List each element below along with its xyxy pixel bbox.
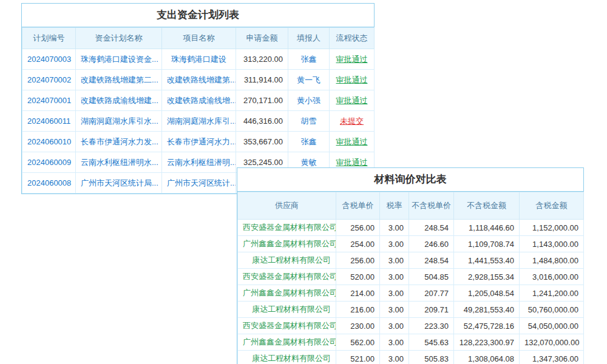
table-row: 2024070001改建铁路成渝线增建...改建铁路成渝线增...270,171… [22, 90, 375, 111]
plan_table-column-fund_name: 资金计划名称 [76, 28, 162, 49]
quote_table-cell-amount_no_tax: 1,308,064.08 [454, 351, 520, 364]
quote_table-column-amount_tax: 含税金额 [520, 192, 584, 220]
table-row: 康达工程材料有限公司256.003.00248.541,441,553.401,… [238, 252, 584, 269]
plan_table-cell-project_name[interactable]: 珠海鹤港口建设 [162, 49, 236, 70]
table-row: 2024070002改建铁路线增建第二...改建铁路线增建第...311,914… [22, 70, 375, 90]
plan_table-cell-id[interactable]: 2024060009 [22, 152, 76, 173]
table-row: 广州鑫鑫金属材料有限公司254.003.00246.601,109,708.74… [238, 236, 584, 252]
quote_table-cell-unit_price_tax: 256.00 [336, 220, 380, 236]
plan_table-column-status: 流程状态 [330, 28, 375, 49]
material-quote-panel: 材料询价对比表 供应商含税单价税率不含税单价不含税金额含税金额 西安盛器金属材料… [237, 167, 584, 364]
plan_table-cell-fund_name[interactable]: 广州市天河区统计局... [76, 173, 162, 194]
quote_table-cell-amount_no_tax: 1,109,708.74 [454, 236, 520, 252]
plan_table-cell-project_name[interactable]: 改建铁路线增建第... [162, 70, 236, 90]
quote_table-cell-unit_price_no_tax: 223.30 [409, 318, 454, 334]
plan_table-cell-status[interactable]: 审批通过 [330, 49, 375, 70]
plan_table-cell-fund_name[interactable]: 湖南洞庭湖水库引水... [76, 111, 162, 132]
quote_table-cell-supplier: 西安盛器金属材料有限公司 [238, 318, 336, 334]
quote_table-cell-supplier: 西安盛器金属材料有限公司 [238, 220, 336, 236]
quote_table-cell-tax_rate: 3.00 [380, 220, 409, 236]
quote_table-cell-unit_price_no_tax: 246.60 [409, 236, 454, 252]
plan_table-column-reporter: 填报人 [288, 28, 330, 49]
plan_table-cell-project_name[interactable]: 长春市伊通河水力... [162, 132, 236, 152]
quote_table-cell-tax_rate: 3.00 [380, 302, 409, 318]
expenditure-plan-header: 计划编号资金计划名称项目名称申请金额填报人流程状态 [22, 28, 375, 49]
quote_table-cell-unit_price_tax: 520.00 [336, 269, 380, 285]
quote_table-cell-amount_tax: 54,050,000.00 [520, 318, 584, 334]
material-quote-title: 材料询价对比表 [237, 168, 583, 192]
plan_table-cell-status[interactable]: 审批通过 [330, 70, 375, 90]
plan_table-cell-fund_name[interactable]: 长春市伊通河水力发... [76, 132, 162, 152]
quote_table-cell-unit_price_tax: 214.00 [336, 285, 380, 302]
quote_table-cell-unit_price_no_tax: 209.71 [409, 302, 454, 318]
plan_table-cell-fund_name[interactable]: 珠海鹤港口建设资金... [76, 49, 162, 70]
quote_table-cell-unit_price_tax: 254.00 [336, 236, 380, 252]
plan_table-cell-id[interactable]: 2024060011 [22, 111, 76, 132]
plan_table-cell-project_name[interactable]: 改建铁路成渝线增... [162, 90, 236, 111]
quote_table-cell-unit_price_no_tax: 504.85 [409, 269, 454, 285]
plan_table-cell-id[interactable]: 2024070002 [22, 70, 76, 90]
quote_table-cell-supplier: 广州鑫鑫金属材料有限公司 [238, 236, 336, 252]
plan_table-cell-fund_name[interactable]: 云南水利枢纽潜明水... [76, 152, 162, 173]
plan_table-cell-status[interactable]: 审批通过 [330, 132, 375, 152]
expenditure-plan-title: 支出资金计划列表 [22, 4, 374, 27]
quote_table-cell-unit_price_tax: 521.00 [336, 351, 380, 364]
plan_table-cell-status[interactable]: 未提交 [330, 111, 375, 132]
plan_table-cell-reporter: 张鑫 [288, 49, 330, 70]
quote_table-cell-amount_no_tax: 1,441,553.40 [454, 252, 520, 269]
plan_table-column-project_name: 项目名称 [162, 28, 236, 49]
quote_table-cell-tax_rate: 3.00 [380, 252, 409, 269]
quote_table-cell-supplier: 广州鑫鑫金属材料有限公司 [238, 285, 336, 302]
table-row: 西安盛器金属材料有限公司256.003.00248.541,118,446.60… [238, 220, 584, 236]
table-row: 西安盛器金属材料有限公司230.003.00223.3052,475,728.1… [238, 318, 584, 334]
quote_table-cell-amount_tax: 1,152,000.00 [520, 220, 584, 236]
quote_table-cell-tax_rate: 3.00 [380, 334, 409, 351]
expenditure-plan-panel: 支出资金计划列表 计划编号资金计划名称项目名称申请金额填报人流程状态 20240… [21, 3, 375, 194]
quote_table-cell-amount_no_tax: 2,928,155.34 [454, 269, 520, 285]
quote_table-cell-tax_rate: 3.00 [380, 318, 409, 334]
plan_table-cell-fund_name[interactable]: 改建铁路线增建第二... [76, 70, 162, 90]
quote_table-cell-supplier: 西安盛器金属材料有限公司 [238, 269, 336, 285]
plan_table-cell-amount: 446,316.00 [236, 111, 288, 132]
plan_table-cell-id[interactable]: 2024060010 [22, 132, 76, 152]
quote_table-cell-unit_price_tax: 230.00 [336, 318, 380, 334]
quote_table-cell-unit_price_no_tax: 505.83 [409, 351, 454, 364]
quote_table-cell-unit_price_tax: 562.00 [336, 334, 380, 351]
plan_table-cell-project_name[interactable]: 云南水利枢纽潜明... [162, 152, 236, 173]
quote_table-cell-amount_no_tax: 52,475,728.16 [454, 318, 520, 334]
quote_table-cell-amount_no_tax: 1,118,446.60 [454, 220, 520, 236]
quote_table-cell-supplier: 康达工程材料有限公司 [238, 252, 336, 269]
plan_table-column-amount: 申请金额 [236, 28, 288, 49]
plan_table-cell-fund_name[interactable]: 改建铁路成渝线增建... [76, 90, 162, 111]
quote_table-cell-amount_tax: 1,241,200.00 [520, 285, 584, 302]
plan_table-cell-project_name[interactable]: 湖南洞庭湖水库引... [162, 111, 236, 132]
plan_table-cell-amount: 270,171.00 [236, 90, 288, 111]
quote_table-column-amount_no_tax: 不含税金额 [454, 192, 520, 220]
quote_table-cell-amount_tax: 1,484,800.00 [520, 252, 584, 269]
table-row: 康达工程材料有限公司521.003.00505.831,308,064.081,… [238, 351, 584, 364]
quote_table-cell-unit_price_tax: 216.00 [336, 302, 380, 318]
plan_table-cell-id[interactable]: 2024060008 [22, 173, 76, 194]
quote_table-cell-amount_no_tax: 49,281,553.40 [454, 302, 520, 318]
plan_table-cell-amount: 313,220.00 [236, 49, 288, 70]
plan_table-cell-project_name[interactable]: 广州市天河区统计... [162, 173, 236, 194]
header-row: 计划编号资金计划名称项目名称申请金额填报人流程状态 [22, 28, 375, 49]
plan_table-cell-amount: 311,914.00 [236, 70, 288, 90]
table-row: 广州鑫鑫金属材料有限公司214.003.00207.771,205,048.54… [238, 285, 584, 302]
table-row: 西安盛器金属材料有限公司520.003.00504.852,928,155.34… [238, 269, 584, 285]
table-row: 2024060010长春市伊通河水力发...长春市伊通河水力...353,667… [22, 132, 375, 152]
quote_table-cell-supplier: 广州鑫鑫金属材料有限公司 [238, 334, 336, 351]
plan_table-column-id: 计划编号 [22, 28, 76, 49]
plan_table-cell-id[interactable]: 2024070003 [22, 49, 76, 70]
plan_table-cell-status[interactable]: 审批通过 [330, 90, 375, 111]
material-quote-header: 供应商含税单价税率不含税单价不含税金额含税金额 [238, 192, 584, 220]
quote_table-cell-unit_price_no_tax: 545.63 [409, 334, 454, 351]
material-quote-table: 供应商含税单价税率不含税单价不含税金额含税金额 西安盛器金属材料有限公司256.… [237, 192, 584, 364]
quote_table-cell-unit_price_no_tax: 248.54 [409, 252, 454, 269]
quote_table-cell-amount_tax: 3,016,000.00 [520, 269, 584, 285]
plan_table-cell-reporter: 张鑫 [288, 132, 330, 152]
quote_table-column-supplier: 供应商 [238, 192, 336, 220]
quote_table-cell-amount_tax: 132,070,000.00 [520, 334, 584, 351]
quote_table-cell-supplier: 康达工程材料有限公司 [238, 351, 336, 364]
plan_table-cell-id[interactable]: 2024070001 [22, 90, 76, 111]
